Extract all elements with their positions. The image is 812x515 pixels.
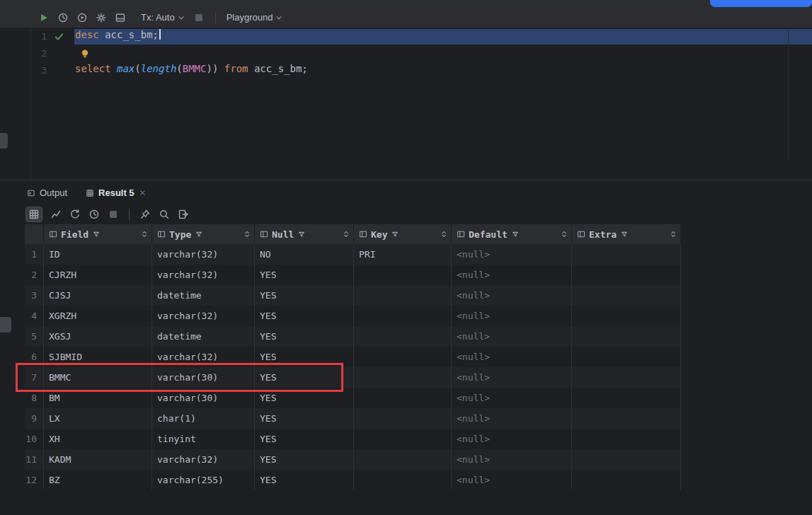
cell-field[interactable]: LX — [44, 408, 152, 429]
filter-icon[interactable] — [620, 230, 629, 238]
cell-key[interactable] — [354, 285, 452, 306]
cell-key[interactable] — [354, 429, 452, 449]
cell-type[interactable]: varchar(32) — [152, 265, 255, 285]
cell-extra[interactable] — [572, 388, 681, 408]
cell-type[interactable]: datetime — [152, 285, 255, 306]
cell-default[interactable]: <null> — [452, 470, 572, 490]
bulb-icon[interactable] — [79, 48, 91, 59]
cell-field[interactable]: CJSJ — [44, 285, 152, 306]
chart-button[interactable] — [50, 209, 62, 220]
cell-extra[interactable] — [572, 306, 681, 326]
cell-field[interactable]: CJRZH — [44, 265, 152, 285]
refresh-button[interactable] — [69, 209, 81, 220]
cell-type[interactable]: varchar(32) — [152, 449, 255, 470]
cell-key[interactable]: PRI — [354, 244, 452, 265]
cell-default[interactable]: <null> — [452, 367, 572, 388]
cell-extra[interactable] — [572, 449, 681, 470]
cell-key[interactable] — [354, 326, 452, 347]
cell-field[interactable]: XH — [44, 429, 152, 449]
close-icon[interactable] — [139, 189, 147, 197]
editor-line[interactable]: 1desc acc_s_bm; — [0, 29, 812, 45]
cell-extra[interactable] — [572, 347, 681, 367]
history-button[interactable] — [88, 209, 100, 220]
run-query-button[interactable] — [38, 12, 50, 23]
tool-window-stripe-button[interactable] — [0, 317, 11, 332]
sort-icon[interactable] — [560, 230, 568, 238]
tx-mode-select[interactable]: Tx: Auto — [141, 12, 185, 23]
cell-null[interactable]: YES — [255, 429, 354, 449]
column-header-null[interactable]: Null — [255, 224, 354, 244]
cell-extra[interactable] — [572, 265, 681, 285]
cell-extra[interactable] — [572, 429, 681, 449]
cell-key[interactable] — [354, 388, 452, 408]
layout-icon[interactable] — [115, 12, 126, 23]
query-history-button[interactable] — [57, 12, 69, 23]
tab-result-5[interactable]: Result 5 — [86, 187, 147, 198]
sort-icon[interactable] — [140, 230, 149, 238]
row-number[interactable]: 1 — [25, 244, 44, 265]
cell-extra[interactable] — [572, 470, 681, 490]
filter-icon[interactable] — [391, 230, 399, 238]
cell-extra[interactable] — [572, 244, 681, 265]
row-number[interactable]: 4 — [25, 306, 44, 326]
cell-null[interactable]: YES — [255, 265, 354, 285]
cell-type[interactable]: tinyint — [152, 429, 255, 449]
settings-gear-icon[interactable] — [96, 12, 107, 23]
cell-null[interactable]: YES — [255, 408, 354, 429]
playground-select[interactable]: Playground — [227, 12, 284, 23]
sort-icon[interactable] — [243, 230, 251, 238]
row-number[interactable]: 10 — [25, 429, 44, 449]
cell-type[interactable]: varchar(32) — [152, 244, 255, 265]
cell-default[interactable]: <null> — [452, 326, 572, 347]
column-header-default[interactable]: Default — [452, 224, 572, 244]
stop-button[interactable] — [108, 209, 119, 220]
cell-null[interactable]: YES — [255, 449, 354, 470]
cell-field[interactable]: ID — [44, 244, 152, 265]
panel-divider[interactable] — [0, 180, 812, 180]
cell-null[interactable]: YES — [255, 470, 354, 490]
cell-field[interactable]: XGSJ — [44, 326, 152, 347]
filter-icon[interactable] — [511, 230, 520, 238]
cell-null[interactable]: YES — [255, 367, 354, 388]
column-header-type[interactable]: Type — [152, 224, 255, 244]
cell-key[interactable] — [354, 449, 452, 470]
cell-null[interactable]: YES — [255, 285, 354, 306]
sort-icon[interactable] — [669, 230, 677, 238]
find-button[interactable] — [159, 209, 170, 220]
cell-default[interactable]: <null> — [452, 244, 572, 265]
sort-icon[interactable] — [440, 230, 448, 238]
sql-editor[interactable]: 1desc acc_s_bm;23select max(length(BMMC)… — [0, 28, 812, 180]
row-number[interactable]: 5 — [25, 326, 44, 347]
row-number[interactable]: 3 — [25, 285, 44, 306]
filter-icon[interactable] — [92, 230, 101, 238]
cell-extra[interactable] — [572, 285, 681, 306]
row-number[interactable]: 11 — [25, 449, 44, 470]
filter-icon[interactable] — [195, 230, 203, 238]
cell-type[interactable]: char(1) — [152, 408, 255, 429]
column-header-key[interactable]: Key — [354, 224, 452, 244]
cell-default[interactable]: <null> — [452, 306, 572, 326]
sort-icon[interactable] — [342, 230, 350, 238]
cell-field[interactable]: KADM — [44, 449, 152, 470]
cell-key[interactable] — [354, 470, 452, 490]
stop-button[interactable] — [193, 12, 205, 23]
row-number[interactable]: 8 — [25, 388, 44, 408]
cell-default[interactable]: <null> — [452, 388, 572, 408]
cell-extra[interactable] — [572, 367, 681, 388]
cell-default[interactable]: <null> — [452, 429, 572, 449]
cell-extra[interactable] — [572, 408, 681, 429]
cell-key[interactable] — [354, 367, 452, 388]
cell-type[interactable]: varchar(32) — [152, 347, 255, 367]
execute-button[interactable] — [76, 12, 88, 23]
cell-default[interactable]: <null> — [452, 449, 572, 470]
cell-default[interactable]: <null> — [452, 265, 572, 285]
row-number[interactable]: 2 — [25, 265, 44, 285]
grid-view-button[interactable] — [25, 207, 42, 222]
cell-key[interactable] — [354, 347, 452, 367]
cell-key[interactable] — [354, 408, 452, 429]
cell-type[interactable]: datetime — [152, 326, 255, 347]
cell-extra[interactable] — [572, 326, 681, 347]
cell-key[interactable] — [354, 265, 452, 285]
cell-type[interactable]: varchar(32) — [152, 306, 255, 326]
cell-default[interactable]: <null> — [452, 347, 572, 367]
